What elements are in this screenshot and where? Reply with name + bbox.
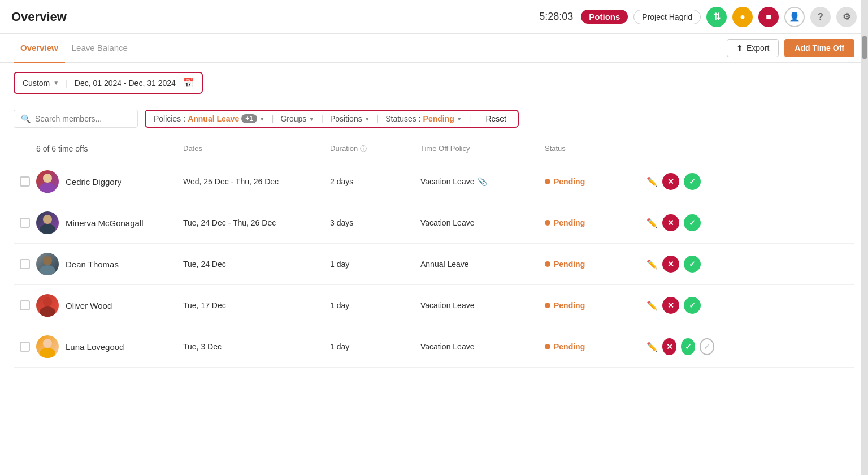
custom-period-selector[interactable]: Custom ▼ [23,79,59,88]
actions-cell: ✏️ ✕ ✓ [646,173,714,190]
col-actions [646,144,714,154]
svg-point-5 [40,265,55,275]
status-text: Pending [554,342,585,351]
main-content: Overview Leave Balance ⬆ Export Add Time… [0,34,868,475]
row-checkbox[interactable] [20,300,30,310]
pending-dot [545,344,550,349]
groups-filter[interactable]: Groups ▼ [280,114,314,123]
scrollbar[interactable] [861,0,868,475]
approve-button[interactable]: ✓ [684,297,701,314]
row-checkbox[interactable] [20,259,30,269]
header-time: 5:28:03 [539,11,573,23]
avatar [36,211,59,234]
approve-button[interactable]: ✓ [681,338,695,355]
approve-button[interactable]: ✓ [684,214,701,231]
scrollbar-thumb[interactable] [862,36,867,59]
member-name: Minerva McGonagall [66,218,144,228]
search-icon: 🔍 [21,114,31,123]
export-button[interactable]: ⬆ Export [727,39,779,57]
policies-filter[interactable]: Policies : Annual Leave +1 ▼ [154,114,265,123]
tab-overview[interactable]: Overview [14,34,65,63]
filter-sep-2: | [321,114,323,123]
potions-badge[interactable]: Potions [581,10,628,24]
header-icon-user[interactable]: 👤 [784,7,805,27]
edit-icon[interactable]: ✏️ [646,259,658,270]
pending-dot [545,303,550,308]
date-separator: | [66,79,68,88]
statuses-filter[interactable]: Statuses : Pending ▼ [385,114,462,123]
filter-sep-1: | [272,114,274,123]
approve-outline-button[interactable]: ✓ [700,338,714,355]
filter-section: Custom ▼ | Dec, 01 2024 - Dec, 31 2024 📅… [0,63,868,137]
dates-cell: Tue, 17 Dec [183,301,330,310]
row-checkbox-cell [14,259,36,269]
row-checkbox-cell [14,176,36,187]
edit-icon[interactable]: ✏️ [646,342,658,352]
pending-dot [545,261,550,267]
svg-point-1 [40,183,55,193]
filter-pills: Policies : Annual Leave +1 ▼ | Groups ▼ … [145,110,519,128]
attachment-icon: 📎 [478,177,487,186]
edit-icon[interactable]: ✏️ [646,176,658,187]
avatar [36,335,59,358]
tab-leave-balance[interactable]: Leave Balance [65,34,134,63]
table-row: Dean Thomas Tue, 24 Dec 1 day Annual Lea… [14,244,854,285]
app-header: Overview 5:28:03 Potions Project Hagrid … [0,0,868,34]
table-section: 6 of 6 time offs Dates Duration ⓘ Time O… [0,137,868,368]
reset-button[interactable]: Reset [482,114,510,123]
header-icon-green[interactable]: ⇅ [706,7,727,27]
svg-point-2 [43,215,52,224]
approve-button[interactable]: ✓ [684,256,701,273]
svg-point-4 [43,256,52,265]
filter-sep-4: | [469,114,471,123]
edit-icon[interactable]: ✏️ [646,300,658,311]
positions-filter[interactable]: Positions ▼ [330,114,370,123]
policy-cell: Vacation Leave 📎 [420,177,545,186]
time-off-count: 6 of 6 time offs [36,144,183,154]
row-checkbox-cell [14,342,36,352]
reject-button[interactable]: ✕ [662,256,679,273]
table-row: Minerva McGonagall Tue, 24 Dec - Thu, 26… [14,202,854,244]
edit-icon[interactable]: ✏️ [646,218,658,228]
header-icon-red[interactable]: ■ [758,7,779,27]
dates-cell: Tue, 3 Dec [183,342,330,351]
add-time-off-button[interactable]: Add Time Off [784,39,854,57]
custom-chevron-icon: ▼ [53,80,59,86]
actions-cell: ✏️ ✕ ✓ [646,256,714,273]
filter-sep-3: | [377,114,379,123]
search-box: 🔍 [14,110,138,128]
member-cell: Luna Lovegood [36,335,183,358]
status-cell: Pending [545,218,646,227]
policy-cell: Vacation Leave [420,301,545,310]
row-checkbox[interactable] [20,342,30,352]
header-right: 5:28:03 Potions Project Hagrid ⇅ ● ■ 👤 ?… [539,7,857,27]
header-icon-yellow[interactable]: ● [732,7,753,27]
tabs-bar: Overview Leave Balance ⬆ Export Add Time… [0,34,868,63]
project-badge[interactable]: Project Hagrid [633,10,701,24]
pending-dot [545,179,550,184]
header-icon-settings[interactable]: ⚙ [836,7,857,27]
date-filter-container: Custom ▼ | Dec, 01 2024 - Dec, 31 2024 📅 [14,72,203,94]
status-cell: Pending [545,260,646,269]
search-input[interactable] [35,114,131,123]
member-cell: Minerva McGonagall [36,211,183,234]
calendar-icon[interactable]: 📅 [183,77,194,88]
row-checkbox[interactable] [20,218,30,228]
reject-button[interactable]: ✕ [662,214,679,231]
approve-button[interactable]: ✓ [684,173,701,190]
reject-button[interactable]: ✕ [662,297,679,314]
filter-row2: 🔍 Policies : Annual Leave +1 ▼ | Groups … [14,110,854,128]
header-icon-help[interactable]: ? [810,7,831,27]
duration-cell: 1 day [330,342,420,351]
row-checkbox-cell [14,218,36,228]
status-text: Pending [554,260,585,269]
duration-info-icon: ⓘ [360,145,367,153]
date-range-display[interactable]: Dec, 01 2024 - Dec, 31 2024 [75,79,176,88]
table-row: Oliver Wood Tue, 17 Dec 1 day Vacation L… [14,285,854,326]
reject-button[interactable]: ✕ [662,173,679,190]
table-header: 6 of 6 time offs Dates Duration ⓘ Time O… [14,137,854,161]
reject-button[interactable]: ✕ [662,338,676,355]
row-checkbox[interactable] [20,176,30,187]
member-name: Cedric Diggory [66,177,121,187]
duration-cell: 2 days [330,177,420,186]
